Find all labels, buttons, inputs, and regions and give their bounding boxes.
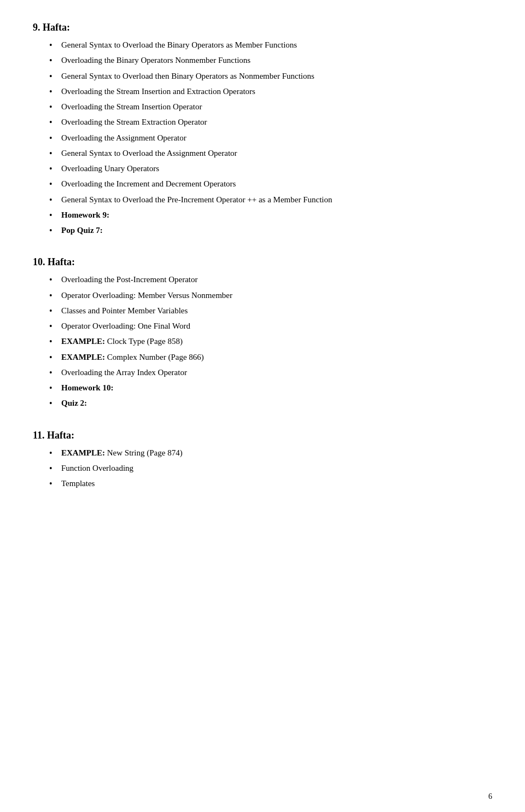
item-text: Overloading the Stream Extraction Operat… xyxy=(61,118,207,126)
item-text-bold: Homework 9: xyxy=(61,211,109,219)
list-item: Overloading the Increment and Decrement … xyxy=(49,178,492,190)
list-item: Overloading the Stream Insertion Operato… xyxy=(49,101,492,113)
list-item: Pop Quiz 7: xyxy=(49,224,492,237)
item-prefix-bold: EXAMPLE: xyxy=(61,337,105,346)
item-text: Function Overloading xyxy=(61,464,133,472)
item-text: Overloading the Post-Increment Operator xyxy=(61,275,198,284)
list-item: EXAMPLE: Complex Number (Page 866) xyxy=(49,351,492,364)
list-item: Overloading the Stream Extraction Operat… xyxy=(49,116,492,128)
item-text-bold: Homework 10: xyxy=(61,383,113,392)
list-item: General Syntax to Overload the Binary Op… xyxy=(49,39,492,51)
item-text: Templates xyxy=(61,479,95,488)
list-item: Operator Overloading: One Final Word xyxy=(49,320,492,332)
item-text: New String (Page 874) xyxy=(107,448,183,457)
list-item: Templates xyxy=(49,477,492,490)
item-text: Overloading the Increment and Decrement … xyxy=(61,179,236,188)
section-11-list: EXAMPLE: New String (Page 874) Function … xyxy=(33,447,492,490)
item-text: General Syntax to Overload the Pre-Incre… xyxy=(61,195,332,204)
item-prefix-bold: EXAMPLE: xyxy=(61,353,105,361)
section-11: 11. Hafta: EXAMPLE: New String (Page 874… xyxy=(33,430,492,490)
list-item: Overloading Unary Operators xyxy=(49,162,492,175)
list-item: Overloading the Array Index Operator xyxy=(49,366,492,379)
item-text: Operator Overloading: Member Versus Nonm… xyxy=(61,291,232,300)
item-text-bold: Quiz 2: xyxy=(61,399,87,407)
item-text: Overloading the Stream Insertion Operato… xyxy=(61,102,202,111)
list-item: Overloading the Binary Operators Nonmemb… xyxy=(49,54,492,67)
list-item: Overloading the Post-Increment Operator xyxy=(49,273,492,286)
item-text: Operator Overloading: One Final Word xyxy=(61,322,190,330)
list-item: Overloading the Assignment Operator xyxy=(49,132,492,144)
list-item: Operator Overloading: Member Versus Nonm… xyxy=(49,289,492,302)
item-text: Overloading the Binary Operators Nonmemb… xyxy=(61,56,250,65)
section-9: 9. Hafta: General Syntax to Overload the… xyxy=(33,22,492,237)
list-item: Function Overloading xyxy=(49,462,492,475)
list-item: Quiz 2: xyxy=(49,397,492,410)
item-text: Clock Type (Page 858) xyxy=(107,337,183,346)
section-9-list: General Syntax to Overload the Binary Op… xyxy=(33,39,492,237)
item-text: Overloading the Array Index Operator xyxy=(61,368,187,377)
item-text: General Syntax to Overload the Assignmen… xyxy=(61,149,237,157)
list-item: Homework 10: xyxy=(49,382,492,394)
list-item: General Syntax to Overload the Assignmen… xyxy=(49,147,492,160)
item-text: Classes and Pointer Member Variables xyxy=(61,306,188,315)
list-item: Classes and Pointer Member Variables xyxy=(49,305,492,317)
item-text: Overloading Unary Operators xyxy=(61,164,159,173)
section-11-heading: 11. Hafta: xyxy=(33,430,492,441)
item-prefix-bold: EXAMPLE: xyxy=(61,448,105,457)
page-number: 6 xyxy=(488,792,492,801)
item-text: Complex Number (Page 866) xyxy=(107,353,204,361)
list-item: General Syntax to Overload the Pre-Incre… xyxy=(49,194,492,206)
list-item: Homework 9: xyxy=(49,209,492,221)
item-text: General Syntax to Overload then Binary O… xyxy=(61,72,314,80)
section-10: 10. Hafta: Overloading the Post-Incremen… xyxy=(33,256,492,410)
item-text: Overloading the Stream Insertion and Ext… xyxy=(61,87,255,96)
list-item: Overloading the Stream Insertion and Ext… xyxy=(49,85,492,98)
page-content: 9. Hafta: General Syntax to Overload the… xyxy=(33,22,492,490)
section-9-heading: 9. Hafta: xyxy=(33,22,492,33)
list-item: General Syntax to Overload then Binary O… xyxy=(49,70,492,83)
list-item: EXAMPLE: New String (Page 874) xyxy=(49,447,492,459)
section-10-list: Overloading the Post-Increment Operator … xyxy=(33,273,492,410)
item-text-bold: Pop Quiz 7: xyxy=(61,226,103,235)
item-text: General Syntax to Overload the Binary Op… xyxy=(61,40,297,49)
section-10-heading: 10. Hafta: xyxy=(33,256,492,268)
item-text: Overloading the Assignment Operator xyxy=(61,133,186,142)
list-item: EXAMPLE: Clock Type (Page 858) xyxy=(49,335,492,348)
